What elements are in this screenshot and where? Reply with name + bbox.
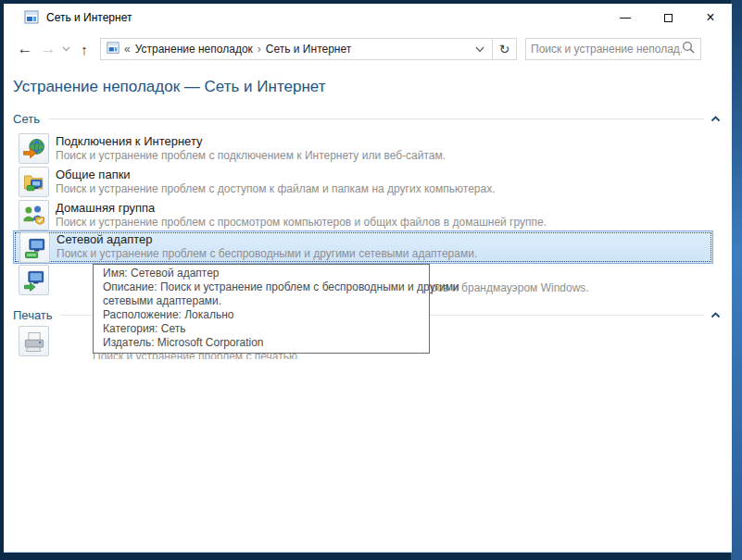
refresh-button[interactable]: ↻: [493, 38, 517, 60]
close-button[interactable]: ×: [689, 4, 732, 31]
address-dropdown-icon[interactable]: [475, 46, 484, 53]
item-title: Подключения к Интернету: [56, 134, 713, 149]
address-icon: [107, 42, 119, 57]
breadcrumb-item-troubleshooting[interactable]: Устранение неполадок: [135, 43, 253, 56]
minimize-button[interactable]: —: [604, 4, 647, 31]
app-icon: [24, 10, 39, 25]
network-adapter-icon: [19, 232, 50, 263]
item-title: Домашняя группа: [56, 201, 713, 216]
item-description: Поиск и устранение проблем с подключение…: [56, 149, 713, 163]
breadcrumb-item-network-internet[interactable]: Сеть и Интернет: [266, 43, 351, 56]
section-divider: [48, 118, 704, 119]
tooltip-line-location: Расположение: Локально: [103, 308, 420, 322]
control-panel-window: Сеть и Интернет — × ← → ↑ « Устранение: [4, 4, 732, 553]
homegroup-icon: [19, 200, 49, 230]
history-dropdown-icon[interactable]: [59, 46, 72, 52]
chevron-up-icon[interactable]: [711, 116, 721, 122]
window-title: Сеть и Интернет: [46, 4, 132, 31]
section-header-network[interactable]: Сеть: [13, 110, 721, 127]
item-description: Поиск и устранение проблем с беспроводны…: [57, 247, 712, 261]
tooltip-line-description-wrap: сетевыми адаптерами.: [103, 294, 420, 308]
troubleshooter-item-homegroup[interactable]: Домашняя группа Поиск и устранение пробл…: [13, 199, 713, 232]
search-input[interactable]: [531, 43, 682, 56]
titlebar: Сеть и Интернет — ×: [4, 4, 732, 31]
item-title: Сетевой адаптер: [57, 232, 712, 247]
tooltip-line-description: Описание: Поиск и устранение проблем с б…: [103, 280, 420, 294]
troubleshooter-item-network-adapter[interactable]: Сетевой адаптер Поиск и устранение пробл…: [13, 230, 713, 264]
search-icon[interactable]: [682, 41, 696, 57]
incoming-connections-icon: [19, 265, 49, 295]
search-box: [525, 38, 701, 60]
chevron-up-icon[interactable]: [711, 312, 721, 318]
maximize-button[interactable]: [647, 4, 689, 31]
breadcrumb-separator-icon: ›: [258, 43, 261, 56]
breadcrumb-collapse-icon[interactable]: «: [124, 43, 131, 56]
page-title: Устранение неполадок — Сеть и Интернет: [13, 78, 325, 96]
tooltip-line-category: Категория: Сеть: [103, 322, 420, 336]
troubleshooter-item-shared-folders[interactable]: Общие папки Поиск и устранение проблем с…: [13, 166, 713, 199]
printer-icon[interactable]: [19, 326, 49, 356]
tooltip-line-name: Имя: Сетевой адаптер: [103, 267, 420, 280]
navigation-bar: ← → ↑ « Устранение неполадок › Сеть и Ин…: [4, 31, 732, 67]
forward-button[interactable]: →: [37, 40, 59, 58]
internet-connection-icon: [19, 133, 49, 164]
tooltip: Имя: Сетевой адаптер Описание: Поиск и у…: [93, 264, 430, 354]
shared-folders-icon: [19, 167, 49, 197]
section-label-print: Печать: [13, 308, 53, 322]
tooltip-line-publisher: Издатель: Microsoft Corporation: [103, 336, 420, 350]
item-title: Общие папки: [56, 168, 713, 182]
section-label-network: Сеть: [13, 112, 40, 126]
item-description: Поиск и устранение проблем с доступом к …: [56, 182, 713, 196]
maximize-icon: [664, 14, 673, 22]
up-button[interactable]: ↑: [72, 42, 96, 57]
address-bar[interactable]: « Устранение неполадок › Сеть и Интернет: [100, 38, 493, 60]
troubleshooter-item-internet-connections[interactable]: Подключения к Интернету Поиск и устранен…: [13, 132, 713, 166]
back-button[interactable]: ←: [13, 40, 37, 58]
item-description: Поиск и устранение проблем с просмотром …: [56, 216, 713, 230]
desktop-wallpaper: [731, 0, 742, 560]
